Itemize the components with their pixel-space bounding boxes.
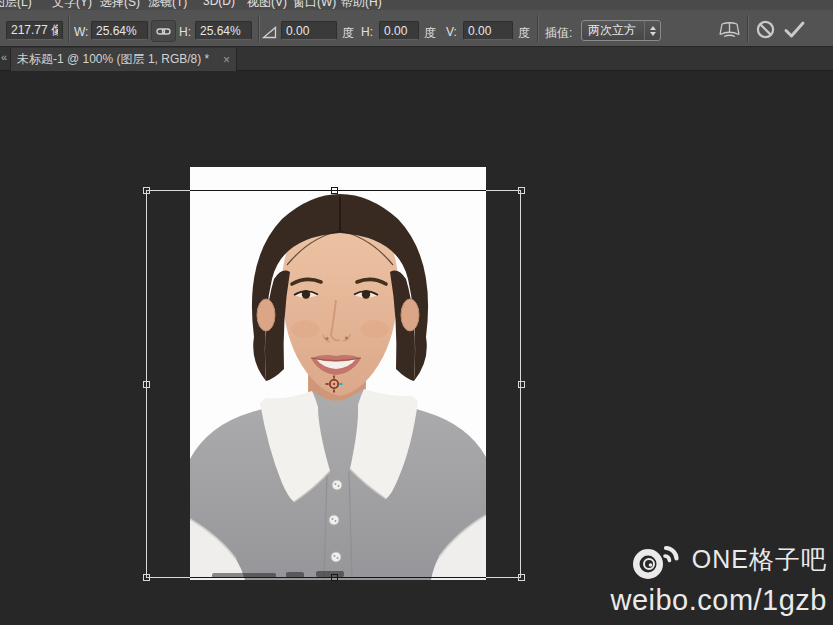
watermark: ONE格子吧 weibo.com/1gzb (610, 536, 827, 617)
watermark-url-text: weibo.com/1gzb (610, 584, 827, 617)
photoshop-window: 图层(L) 文字(Y) 选择(S) 滤镜(T) 3D(D) 视图(V) 窗口(W… (0, 0, 833, 625)
tab-close-icon[interactable]: × (223, 55, 230, 65)
angle-unit-label: 度 (342, 25, 354, 42)
transform-handle-middle-left[interactable] (143, 381, 150, 388)
separator (68, 15, 69, 42)
rotate-angle-icon (262, 26, 277, 39)
separator (747, 15, 748, 42)
transform-options-bar: W: H: 度 H: 度 V: 度 插值: (0, 10, 833, 47)
commit-transform-icon (783, 20, 806, 39)
transform-edge-bottom[interactable] (190, 577, 486, 578)
transform-edge-top[interactable] (190, 190, 486, 191)
watermark-brand-text: ONE格子吧 (692, 543, 827, 576)
document-tab[interactable]: 未标题-1 @ 100% (图层 1, RGB/8) * × (10, 48, 237, 71)
rotate-angle-input[interactable] (281, 21, 337, 40)
interpolation-label: 插值: (545, 25, 572, 42)
transform-handle-bottom-left[interactable] (143, 574, 150, 581)
warp-mode-icon (718, 21, 741, 38)
hskew-input[interactable] (379, 21, 419, 40)
document-tab-bar: « 未标题-1 @ 100% (图层 1, RGB/8) * × (0, 47, 833, 71)
document-tab-title: 未标题-1 @ 100% (图层 1, RGB/8) * (17, 51, 219, 68)
menu-bar: 图层(L) 文字(Y) 选择(S) 滤镜(T) 3D(D) 视图(V) 窗口(W… (0, 0, 833, 10)
transform-handle-top-center[interactable] (331, 187, 338, 194)
menu-type[interactable]: 文字(Y) (52, 0, 92, 10)
hskew-unit-label: 度 (424, 25, 436, 42)
link-icon (156, 26, 171, 37)
dropdown-stepper-icon (644, 21, 660, 40)
menu-window[interactable]: 窗口(W) (293, 0, 336, 10)
menu-help[interactable]: 帮助(H) (341, 0, 382, 10)
menu-view[interactable]: 视图(V) (247, 0, 287, 10)
transform-handle-top-left[interactable] (143, 187, 150, 194)
menu-layer[interactable]: 图层(L) (0, 0, 32, 10)
warp-mode-button[interactable] (718, 21, 741, 38)
hskew-label: H: (361, 25, 373, 39)
height-label: H: (179, 25, 191, 39)
vskew-label: V: (446, 25, 457, 39)
interpolation-value: 两次立方 (582, 22, 644, 39)
menu-3d[interactable]: 3D(D) (203, 0, 235, 8)
transform-handle-bottom-right[interactable] (518, 574, 525, 581)
cancel-transform-icon (755, 19, 776, 40)
interpolation-dropdown[interactable]: 两次立方 (581, 20, 661, 41)
menu-select[interactable]: 选择(S) (100, 0, 140, 10)
width-label: W: (74, 25, 88, 39)
transform-reference-point[interactable] (325, 375, 343, 393)
commit-transform-button[interactable] (783, 20, 806, 39)
link-dimensions-button[interactable] (151, 20, 176, 42)
menu-filter[interactable]: 滤镜(T) (148, 0, 187, 10)
transform-handle-middle-right[interactable] (518, 381, 525, 388)
vskew-input[interactable] (463, 21, 513, 40)
scale-width-input[interactable] (91, 21, 148, 40)
separator (537, 15, 538, 42)
y-position-input[interactable] (6, 21, 63, 40)
separator (258, 15, 259, 42)
tab-overflow-chevron-icon[interactable]: « (1, 51, 7, 63)
transform-handle-bottom-center[interactable] (331, 574, 338, 581)
scale-height-input[interactable] (195, 21, 252, 40)
cancel-transform-button[interactable] (755, 19, 776, 40)
vskew-unit-label: 度 (518, 25, 530, 42)
transform-handle-top-right[interactable] (518, 187, 525, 194)
weibo-eye-icon (626, 536, 684, 582)
